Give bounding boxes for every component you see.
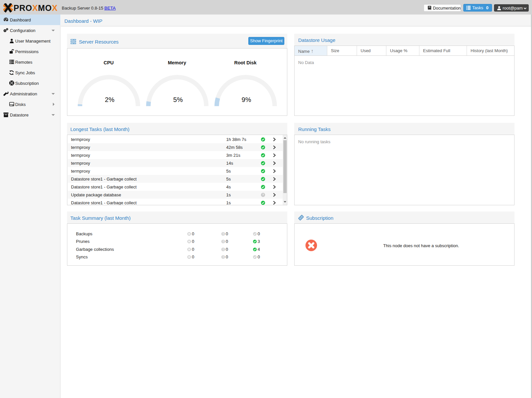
- svg-text:?: ?: [262, 193, 264, 196]
- svg-text:PROXMOX: PROXMOX: [14, 3, 57, 13]
